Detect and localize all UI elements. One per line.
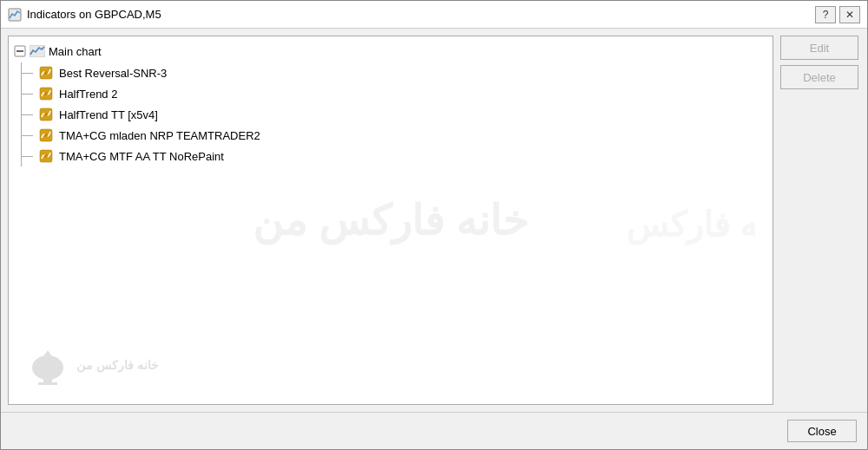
tree-content: Main chart Best Reversal-SNR-3 HalfTrend… (9, 36, 773, 170)
svg-point-16 (44, 134, 48, 137)
indicator-icon (38, 65, 54, 81)
tree-item[interactable]: Best Reversal-SNR-3 (33, 62, 773, 83)
tree-item[interactable]: HalfTrend TT [x5v4] (33, 104, 773, 125)
dialog-footer: Close (1, 412, 867, 449)
svg-point-10 (44, 71, 48, 75)
svg-text:خانه فارکس من: خانه فارکس من (616, 205, 755, 245)
root-label: Main chart (49, 45, 102, 58)
delete-button[interactable]: Delete (780, 65, 858, 89)
item-label: HalfTrend 2 (59, 88, 117, 101)
title-bar-text: Indicators on GBPCAD,M5 (27, 8, 810, 21)
tree-item[interactable]: HalfTrend 2 (33, 83, 773, 104)
indicator-icon (38, 148, 54, 164)
title-bar: Indicators on GBPCAD,M5 ? ✕ (1, 1, 867, 29)
close-button[interactable]: Close (787, 420, 857, 442)
item-label: TMA+CG MTF AA TT NoRePaint (59, 150, 224, 163)
tree-root[interactable]: Main chart (9, 40, 773, 62)
title-bar-icon (8, 8, 22, 22)
svg-point-14 (44, 113, 48, 116)
edit-button[interactable]: Edit (780, 36, 858, 60)
tree-item[interactable]: TMA+CG MTF AA TT NoRePaint (33, 146, 773, 166)
item-label: HalfTrend TT [x5v4] (59, 108, 158, 121)
expand-icon (14, 45, 26, 57)
svg-marker-3 (39, 350, 56, 362)
dialog: Indicators on GBPCAD,M5 ? ✕ خانه فارکس م… (0, 0, 868, 450)
svg-rect-4 (43, 376, 52, 383)
item-label: TMA+CG mladen NRP TEAMTRADER2 (59, 129, 260, 142)
svg-rect-5 (38, 382, 57, 385)
svg-point-12 (44, 92, 48, 95)
indicator-icon (38, 127, 54, 143)
watermark-right: خانه فارکس من (616, 150, 755, 291)
help-button[interactable]: ? (815, 6, 836, 23)
window-close-button[interactable]: ✕ (839, 6, 860, 23)
watermark-center: خانه فارکس من (253, 196, 529, 245)
tree-panel: خانه فارکس من خانه فارکس من خانه فارکس م… (8, 36, 773, 405)
svg-point-18 (44, 154, 48, 158)
main-chart-icon (30, 43, 45, 59)
dialog-body: خانه فارکس من خانه فارکس من خانه فارکس م… (1, 29, 867, 412)
svg-point-2 (32, 355, 63, 380)
right-panel: Edit Delete (780, 29, 867, 412)
title-bar-controls: ? ✕ (815, 6, 860, 23)
indicator-icon (38, 86, 54, 101)
watermark-bottom-left: خانه فارکس من (26, 343, 159, 387)
item-label: Best Reversal-SNR-3 (59, 67, 167, 80)
watermark-bottom-text: خانه فارکس من (76, 358, 159, 372)
tree-children: Best Reversal-SNR-3 HalfTrend 2 HalfTren… (9, 62, 773, 166)
tree-item[interactable]: TMA+CG mladen NRP TEAMTRADER2 (33, 125, 773, 146)
indicator-icon (38, 107, 54, 122)
